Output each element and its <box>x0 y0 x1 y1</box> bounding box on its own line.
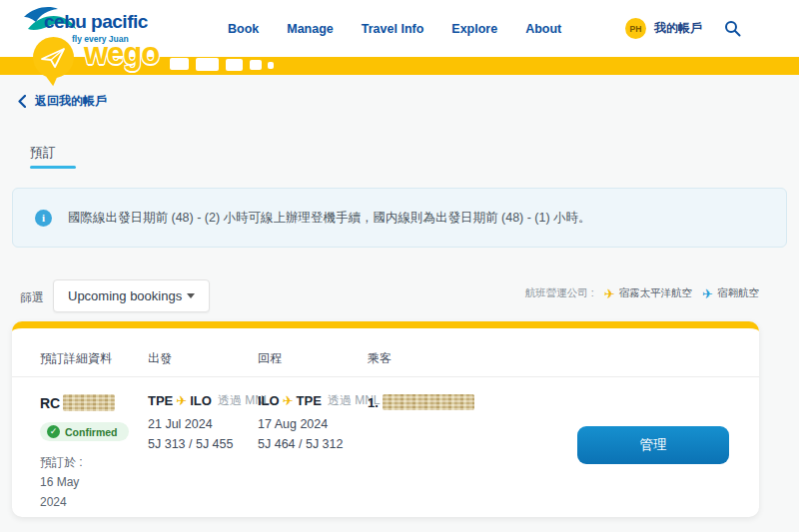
booked-on-date-line1: 16 May <box>40 472 83 492</box>
passenger-entry: 1. <box>368 394 474 410</box>
departure-leg: TPE ✈ ILO 透過 MNL 21 Jul 2024 5J 313 / 5J… <box>148 392 258 451</box>
main-nav: Book Manage Travel Info Explore About <box>228 0 561 57</box>
obscured-banner-text <box>196 58 219 71</box>
check-icon: ✓ <box>47 425 60 438</box>
column-header-booking-details: 預訂詳細資料 <box>40 350 112 367</box>
operators-label: 航班營運公司 : <box>525 286 594 300</box>
wego-watermark-badge <box>33 37 74 78</box>
bookings-filter-dropdown[interactable]: Upcoming bookings <box>53 279 210 312</box>
filter-selected-value: Upcoming bookings <box>68 288 187 303</box>
redacted-booking-reference <box>63 394 115 411</box>
back-link-label: 返回我的帳戶 <box>35 93 107 110</box>
departure-flight-numbers: 5J 313 / 5J 455 <box>148 437 258 451</box>
departure-date: 21 Jul 2024 <box>148 417 258 431</box>
obscured-banner-text <box>170 58 189 70</box>
flight-operators-legend: 航班營運公司 : ✈ 宿霧太平洋航空 ✈ 宿翱航空 <box>525 286 759 300</box>
cebu-pacific-bookings-page: cebu pacific fly every Juan Book Manage … <box>0 0 799 532</box>
logo-brand-text: cebu pacific <box>44 11 148 33</box>
operator-cebu-pacific: ✈ 宿霧太平洋航空 <box>604 286 692 300</box>
column-header-departure: 出發 <box>148 350 172 367</box>
operator-name: 宿翱航空 <box>717 286 759 300</box>
paper-plane-icon <box>41 47 66 69</box>
card-header-divider <box>12 376 759 377</box>
departure-route: TPE ✈ ILO 透過 MNL <box>148 392 258 409</box>
nav-item-travel-info[interactable]: Travel Info <box>362 22 424 36</box>
return-route: ILO ✈ TPE 透過 MNL <box>258 392 368 409</box>
chevron-down-icon <box>187 293 195 298</box>
status-label: Confirmed <box>65 426 118 438</box>
wego-watermark-text: wego <box>84 36 159 72</box>
return-leg: ILO ✈ TPE 透過 MNL 17 Aug 2024 5J 464 / 5J… <box>258 392 368 451</box>
origin-code: ILO <box>258 393 280 408</box>
nav-item-manage[interactable]: Manage <box>287 22 334 36</box>
booked-on-date-line2: 2024 <box>40 492 83 512</box>
operator-cebgo: ✈ 宿翱航空 <box>702 286 759 300</box>
booked-on-block: 預訂於 : 16 May 2024 <box>40 452 83 512</box>
account-area: PH 我的帳戶 <box>625 0 741 57</box>
status-badge: ✓ Confirmed <box>40 422 129 441</box>
destination-code: TPE <box>297 393 322 408</box>
checkin-notice-text: 國際線出發日期前 (48) - (2) 小時可線上辦理登機手續，國内線則為出發日… <box>68 210 591 227</box>
filter-label: 篩選 <box>20 289 44 306</box>
route-plane-icon: ✈ <box>283 393 294 408</box>
tab-bookings[interactable]: 預訂 <box>30 144 56 162</box>
back-chevron-icon <box>18 95 26 108</box>
booking-reference: RC <box>40 394 115 411</box>
search-icon <box>724 20 741 37</box>
search-button[interactable] <box>724 20 741 37</box>
manage-button[interactable]: 管理 <box>577 426 729 464</box>
back-to-account-link[interactable]: 返回我的帳戶 <box>18 93 107 110</box>
checkin-notice: i 國際線出發日期前 (48) - (2) 小時可線上辦理登機手續，國内線則為出… <box>12 188 787 248</box>
info-icon: i <box>35 210 52 227</box>
tab-active-underline <box>30 166 76 169</box>
wego-watermark-tail <box>46 74 61 87</box>
cebu-pacific-plane-icon: ✈ <box>604 287 615 300</box>
column-header-return: 回程 <box>258 350 282 367</box>
cebgo-plane-icon: ✈ <box>702 287 713 300</box>
nav-item-explore[interactable]: Explore <box>451 22 497 36</box>
column-header-passengers: 乘客 <box>368 350 392 367</box>
passenger-number: 1. <box>368 395 379 410</box>
avatar[interactable]: PH <box>625 18 646 39</box>
booking-card: 預訂詳細資料 出發 回程 乘客 RC ✓ Confirmed 預訂於 : 16 … <box>12 321 759 517</box>
obscured-banner-text <box>268 62 274 69</box>
return-flight-numbers: 5J 464 / 5J 312 <box>258 437 368 451</box>
obscured-banner-text <box>250 60 262 70</box>
booking-reference-prefix: RC <box>40 395 60 411</box>
obscured-banner-text <box>226 59 243 71</box>
destination-code: ILO <box>190 393 212 408</box>
booked-on-label: 預訂於 : <box>40 452 83 472</box>
operator-name: 宿霧太平洋航空 <box>619 286 693 300</box>
my-account-link[interactable]: 我的帳戶 <box>654 20 702 37</box>
nav-item-about[interactable]: About <box>525 22 561 36</box>
redacted-passenger-name <box>383 394 474 410</box>
origin-code: TPE <box>148 393 173 408</box>
return-date: 17 Aug 2024 <box>258 417 368 431</box>
nav-item-book[interactable]: Book <box>228 22 259 36</box>
route-plane-icon: ✈ <box>176 393 187 408</box>
